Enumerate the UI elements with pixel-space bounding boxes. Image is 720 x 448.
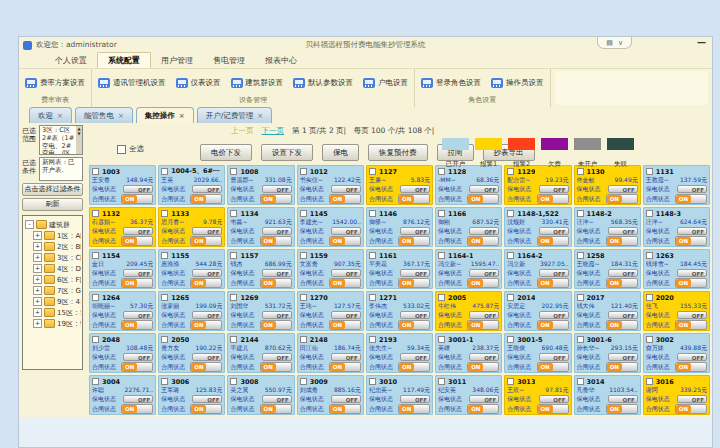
keep-power-toggle[interactable]: OFF [608, 311, 638, 319]
toolbar-button[interactable]: 恢复预付费 [368, 144, 428, 161]
keep-power-toggle[interactable]: OFF [331, 395, 361, 403]
meter-checkbox[interactable] [92, 294, 99, 301]
keep-power-toggle[interactable]: OFF [331, 353, 361, 361]
switch-status-toggle[interactable]: ON [190, 278, 222, 288]
meter-card[interactable]: 3002奋万妹439.88元保电状态OFF合闸状态ON [643, 333, 710, 373]
meter-card[interactable]: 1148-2汪洋~568.35元保电状态OFF合闸状态ON [574, 207, 641, 247]
ribbon-button[interactable]: 仪表设置 [176, 78, 221, 88]
meter-checkbox[interactable] [369, 294, 376, 301]
keep-power-toggle[interactable]: OFF [331, 269, 361, 277]
menu-tab-5[interactable]: 报表中心 [255, 53, 307, 68]
keep-power-toggle[interactable]: OFF [677, 269, 707, 277]
switch-status-toggle[interactable]: ON [260, 320, 292, 330]
switch-status-toggle[interactable]: ON [398, 362, 430, 372]
meter-card[interactable]: 3006王军璐125.83元保电状态OFF合闸状态ON [158, 375, 225, 415]
ribbon-button[interactable]: 费率方案设置 [25, 78, 85, 88]
tab-close-icon[interactable]: × [179, 112, 185, 120]
meter-checkbox[interactable] [646, 168, 653, 175]
keep-power-toggle[interactable]: OFF [192, 185, 222, 193]
keep-power-toggle[interactable]: OFF [262, 185, 292, 193]
switch-status-toggle[interactable]: ON [329, 404, 361, 414]
meter-card[interactable]: 2144平建儿870.62元保电状态OFF合闸状态ON [227, 333, 294, 373]
switch-status-toggle[interactable]: ON [329, 320, 361, 330]
keep-power-toggle[interactable]: OFF [192, 227, 222, 235]
switch-status-toggle[interactable]: ON [329, 194, 361, 204]
keep-power-toggle[interactable]: OFF [539, 185, 569, 193]
meter-checkbox[interactable] [300, 378, 307, 385]
switch-status-toggle[interactable]: ON [675, 362, 707, 372]
meter-checkbox[interactable] [507, 210, 514, 217]
meter-card[interactable]: 1271李伟杰533.02元保电状态OFF合闸状态ON [366, 291, 433, 331]
switch-status-toggle[interactable]: ON [190, 194, 222, 204]
meter-checkbox[interactable] [646, 294, 653, 301]
meter-checkbox[interactable] [230, 252, 237, 259]
meter-card[interactable]: 1145李建光~1542.00..保电状态OFF合闸状态ON [297, 207, 364, 247]
keep-power-toggle[interactable]: OFF [262, 269, 292, 277]
switch-status-toggle[interactable]: ON [398, 236, 430, 246]
tree-item[interactable]: +3区：C区2#井（ [25, 252, 81, 263]
keep-power-toggle[interactable]: OFF [677, 185, 707, 193]
switch-status-toggle[interactable]: ON [467, 362, 499, 372]
meter-card[interactable]: 3009刘成贵885.16元保电状态OFF合闸状态ON [297, 375, 364, 415]
switch-status-toggle[interactable]: ON [398, 194, 430, 204]
meter-checkbox[interactable] [300, 168, 307, 175]
keep-power-toggle[interactable]: OFF [677, 227, 707, 235]
keep-power-toggle[interactable]: OFF [262, 227, 292, 235]
selected-condition-box[interactable]: 新网表：已开户表. [39, 157, 83, 181]
switch-status-toggle[interactable]: ON [121, 278, 153, 288]
meter-card[interactable]: 2014安思定202.95元保电状态OFF合闸状态ON [504, 291, 571, 331]
meter-card[interactable]: 1128-MM~68.36元保电状态OFF合闸状态ON [435, 165, 502, 205]
tree-item[interactable]: +15区：5#变站（ [25, 307, 81, 318]
switch-status-toggle[interactable]: ON [260, 194, 292, 204]
meter-card[interactable]: 3008吴之翼550.97元保电状态OFF合闸状态ON [227, 375, 294, 415]
meter-card[interactable]: 2193张先生~59.34元保电状态OFF合闸状态ON [366, 333, 433, 373]
meter-checkbox[interactable] [161, 294, 168, 301]
meter-checkbox[interactable] [161, 210, 168, 217]
meter-checkbox[interactable] [369, 336, 376, 343]
meter-card[interactable]: 2050贵方友190.22元保电状态OFF合闸状态ON [158, 333, 225, 373]
meter-card[interactable]: 1159文富贵907.35元保电状态OFF合闸状态ON [297, 249, 364, 289]
meter-card[interactable]: 1004-5、6#一王英2029.66..保电状态OFF合闸状态ON [158, 165, 225, 205]
next-page-link[interactable]: 下一页 [262, 126, 285, 136]
tab-close-icon[interactable]: × [57, 112, 63, 120]
keep-power-toggle[interactable]: OFF [123, 227, 153, 235]
minimize-button[interactable]: — [697, 38, 706, 47]
keep-power-toggle[interactable]: OFF [539, 311, 569, 319]
meter-checkbox[interactable] [92, 210, 99, 217]
ribbon-button[interactable]: 操作员设置 [491, 78, 544, 88]
meter-card[interactable]: 1012书实仪~122.42元保电状态OFF合闸状态ON [297, 165, 364, 205]
switch-status-toggle[interactable]: ON [398, 320, 430, 330]
menu-tab-1[interactable]: 个人设置 [45, 53, 97, 68]
tab-close-icon[interactable]: × [118, 112, 124, 120]
ribbon-button[interactable]: 通讯管理机设置 [98, 78, 166, 88]
keep-power-toggle[interactable]: OFF [262, 353, 292, 361]
switch-status-toggle[interactable]: ON [606, 362, 638, 372]
switch-status-toggle[interactable]: ON [190, 320, 222, 330]
meter-checkbox[interactable] [438, 252, 445, 259]
meter-card[interactable]: 3016谢阿339.25元保电状态OFF合闸状态ON [643, 375, 710, 415]
switch-status-toggle[interactable]: ON [537, 404, 569, 414]
tree-root[interactable]: -建筑群 [25, 219, 81, 230]
ribbon-button[interactable]: 登录角色设置 [421, 78, 481, 88]
switch-status-toggle[interactable]: ON [675, 404, 707, 414]
meter-card[interactable]: 1134韦昌~921.63元保电状态OFF合闸状态ON [227, 207, 294, 247]
meter-checkbox[interactable] [577, 210, 584, 217]
meter-checkbox[interactable] [369, 168, 376, 175]
meter-checkbox[interactable] [577, 378, 584, 385]
switch-status-toggle[interactable]: ON [260, 278, 292, 288]
meter-checkbox[interactable] [646, 252, 653, 259]
meter-checkbox[interactable] [369, 252, 376, 259]
doc-tab-2[interactable]: 能管售电× [75, 107, 133, 123]
meter-checkbox[interactable] [230, 378, 237, 385]
meter-card[interactable]: 1132石彦娟~36.37元保电状态OFF合闸状态ON [89, 207, 156, 247]
switch-status-toggle[interactable]: ON [537, 194, 569, 204]
expand-icon[interactable]: + [33, 297, 42, 306]
building-tree[interactable]: -建筑群+1区：A区1#井+2区：B区1#井（空+3区：C区2#井（+4区：D区… [22, 215, 83, 370]
keep-power-toggle[interactable]: OFF [192, 395, 222, 403]
meter-checkbox[interactable] [161, 336, 168, 343]
switch-status-toggle[interactable]: ON [398, 278, 430, 288]
keep-power-toggle[interactable]: OFF [469, 269, 499, 277]
switch-status-toggle[interactable]: ON [467, 194, 499, 204]
expand-icon[interactable]: + [33, 275, 42, 284]
meter-card[interactable]: 1155惠渔渔544.28元保电状态OFF合闸状态ON [158, 249, 225, 289]
